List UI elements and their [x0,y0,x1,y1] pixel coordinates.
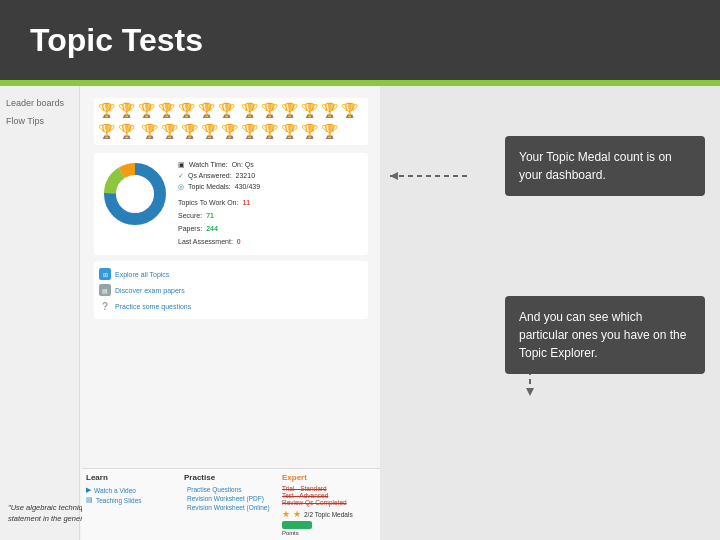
doc-icon: ▤ [99,284,111,296]
trophy-icon: 🏆 [138,102,155,120]
star-icon: ★ [293,509,301,519]
qs-answered-value: 23210 [236,170,255,181]
watch-time-label: Watch Time: [189,159,228,170]
stats-text: ▣ Watch Time: On: Qs ✓ Qs Answered: 2321… [178,159,260,249]
svg-marker-7 [526,388,534,396]
learn-column: Learn ▶ Watch a Video ▤ Teaching Slides [86,473,180,536]
practise-column: Practise Practise Questions Revision Wor… [184,473,278,536]
sidebar-item-flowtips[interactable]: Flow Tips [4,112,75,130]
trophy-icon: 🏆 [321,102,338,120]
inner-sidebar: Leader boards Flow Tips [0,86,80,540]
lower-callout-container: And you can see which particular ones yo… [505,296,705,374]
watch-video-link[interactable]: ▶ Watch a Video [86,485,180,495]
trophy-icon: 🏆 [161,123,178,141]
topics-work: Topics To Work On:11 Secure:71 Papers:24… [178,197,260,248]
upper-callout-text: Your Topic Medal count is on your dashbo… [519,150,672,182]
lower-callout-text: And you can see which particular ones yo… [519,310,686,360]
revision-pdf-label: Revision Worksheet (PDF) [187,495,264,502]
learn-title: Learn [86,473,180,482]
discover-papers-label: Discover exam papers [115,287,185,294]
trophy-icon: 🏆 [158,102,175,120]
trophy-icon: 🏆 [98,123,115,141]
question-icon: ? [99,300,111,312]
upper-callout: Your Topic Medal count is on your dashbo… [505,136,705,196]
slides-icon: ▤ [86,496,93,504]
medals-row: ★ ★ 2/2 Topic Medals [282,509,376,519]
revision-online-link[interactable]: Revision Worksheet (Online) [184,503,278,512]
stats-section: ▣ Watch Time: On: Qs ✓ Qs Answered: 2321… [94,153,368,255]
points-label: Points [282,530,376,536]
teaching-slides-link[interactable]: ▤ Teaching Slides [86,495,180,505]
trophy-icon: 🏆 [141,123,158,141]
header: Topic Tests [0,0,720,80]
trophy-icon: 🏆 [178,102,195,120]
explore-topics-label: Explore all Topics [115,271,169,278]
trial-standard-link[interactable]: Trial - Standard [282,485,376,492]
trophy-icon: 🏆 [198,102,215,120]
trophy-icon: 🏆 [341,102,358,120]
qs-answered-label: Qs Answered: [188,170,232,181]
revision-pdf-link[interactable]: Revision Worksheet (PDF) [184,494,278,503]
practise-title: Practise [184,473,278,482]
watch-video-label: Watch a Video [94,487,136,494]
discover-papers-link[interactable]: ▤ Discover exam papers [99,282,363,298]
trophy-icon: 🏆 [118,102,135,120]
grid-icon: ⊞ [99,268,111,280]
trophy-icon: 🏆 [218,102,235,120]
right-panel: Your Topic Medal count is on your dashbo… [380,86,720,540]
trophy-icon: 🏆 [301,102,318,120]
trophy-icon: 🏆 [281,123,298,141]
dashboard-preview: Leader boards Flow Tips 🏆 🏆 🏆 🏆 🏆 🏆 🏆 🏆 … [0,86,380,540]
practise-questions-label: Practise Questions [187,486,242,493]
trophy-icon: 🏆 [118,123,135,141]
practice-questions-link[interactable]: ? Practice some questions [99,298,363,314]
trophy-icon: 🏆 [261,123,278,141]
medals-label: 2/2 Topic Medals [304,511,353,518]
practise-questions-link[interactable]: Practise Questions [184,485,278,494]
bottom-row: Learn ▶ Watch a Video ▤ Teaching Slides … [82,468,380,540]
trophy-icon: 🏆 [181,123,198,141]
trophy-icon: 🏆 [261,102,278,120]
explore-topics-link[interactable]: ⊞ Explore all Topics [99,266,363,282]
action-links: ⊞ Explore all Topics ▤ Discover exam pap… [94,261,368,319]
revision-online-label: Revision Worksheet (Online) [187,504,270,511]
main-content: Leader boards Flow Tips 🏆 🏆 🏆 🏆 🏆 🏆 🏆 🏆 … [0,86,720,540]
trophies-area: 🏆 🏆 🏆 🏆 🏆 🏆 🏆 🏆 🏆 🏆 🏆 🏆 🏆 🏆 🏆 🏆 🏆 [94,98,368,145]
topic-medals-label: Topic Medals: [188,181,231,192]
trophy-icon: 🏆 [241,123,258,141]
expert-title: Expert [282,473,376,482]
star-icon: ★ [282,509,290,519]
svg-marker-5 [390,172,398,180]
trophy-icon: 🏆 [301,123,318,141]
practice-questions-label: Practice some questions [115,303,191,310]
expert-column: Expert Trial - Standard Test - Advanced … [282,473,376,536]
upper-callout-container: Your Topic Medal count is on your dashbo… [505,136,705,196]
trophy-icon: 🏆 [321,123,338,141]
inner-main-content: 🏆 🏆 🏆 🏆 🏆 🏆 🏆 🏆 🏆 🏆 🏆 🏆 🏆 🏆 🏆 🏆 🏆 [90,94,372,323]
trophy-icon: 🏆 [221,123,238,141]
teaching-slides-label: Teaching Slides [96,497,142,504]
video-icon: ▶ [86,486,91,494]
page-title: Topic Tests [30,22,203,59]
svg-point-3 [117,176,153,212]
points-bar [282,521,312,529]
donut-chart [100,159,170,229]
sidebar-item-leaderboards[interactable]: Leader boards [4,94,75,112]
lower-callout: And you can see which particular ones yo… [505,296,705,374]
trophy-icon: 🏆 [241,102,258,120]
trophy-icon: 🏆 [201,123,218,141]
trophy-icon: 🏆 [281,102,298,120]
test-advanced-link[interactable]: Test - Advanced [282,492,376,499]
trophy-icon: 🏆 [98,102,115,120]
watch-time-value: On: Qs [232,159,254,170]
topic-medals-value: 430/439 [235,181,260,192]
review-qs-link[interactable]: Review Qs Completed [282,499,376,506]
